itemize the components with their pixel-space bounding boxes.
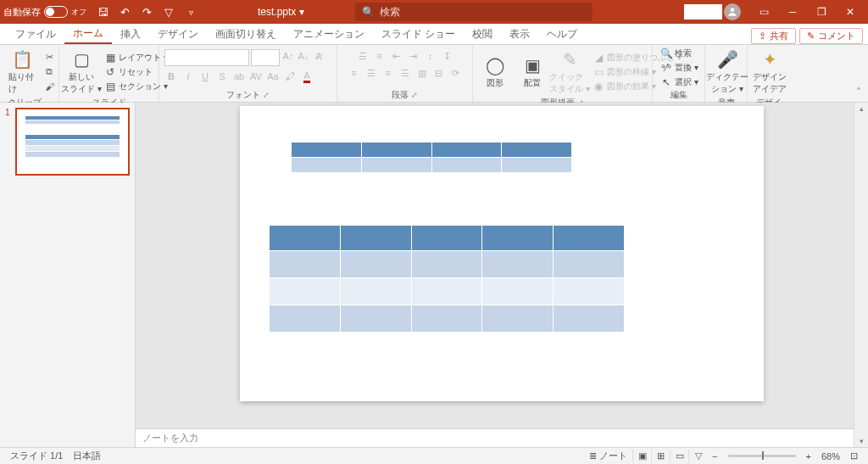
- slide-1[interactable]: [240, 106, 764, 401]
- highlight-icon[interactable]: 🖍: [283, 70, 297, 83]
- slideshow-view-icon[interactable]: ▽: [688, 450, 707, 463]
- user-avatar-icon[interactable]: [724, 3, 741, 20]
- change-case-icon[interactable]: Aa: [266, 70, 280, 83]
- paste-button[interactable]: 📋 貼り付け: [5, 47, 39, 97]
- numbering-icon[interactable]: ≡: [373, 49, 387, 63]
- smartart-icon[interactable]: ⟳: [449, 66, 463, 80]
- copy-icon[interactable]: ⧉: [42, 65, 56, 79]
- zoom-slider[interactable]: [728, 455, 796, 457]
- align-right-icon[interactable]: ≡: [381, 66, 395, 80]
- scroll-down-icon[interactable]: ▾: [860, 437, 864, 445]
- tab-insert[interactable]: 挿入: [112, 24, 149, 44]
- search-box[interactable]: 🔍 検索: [355, 3, 593, 21]
- columns-icon[interactable]: ▥: [415, 66, 429, 80]
- normal-view-icon[interactable]: ▣: [632, 450, 651, 463]
- underline-icon[interactable]: U: [198, 70, 212, 83]
- font-size-select[interactable]: [251, 49, 280, 66]
- notes-pane[interactable]: ノートを入力: [136, 428, 868, 447]
- slide-counter[interactable]: スライド 1/1: [5, 450, 68, 462]
- search-placeholder: 検索: [380, 5, 400, 20]
- align-left-icon[interactable]: ≡: [348, 66, 361, 80]
- italic-icon[interactable]: I: [181, 70, 195, 83]
- undo-icon[interactable]: ↶: [117, 4, 132, 20]
- tab-help[interactable]: ヘルプ: [538, 24, 586, 44]
- zoom-level[interactable]: 68%: [816, 451, 845, 461]
- vertical-scrollbar[interactable]: ▴ ▾: [854, 103, 868, 447]
- arrange-button[interactable]: ▣配置: [515, 53, 549, 91]
- font-color-icon[interactable]: A: [300, 70, 314, 83]
- strikethrough-icon[interactable]: S: [215, 70, 229, 83]
- slide-thumbnail-1[interactable]: 1: [5, 108, 130, 176]
- save-icon[interactable]: 🖫: [95, 4, 110, 20]
- zoom-out-icon[interactable]: −: [707, 451, 722, 461]
- tab-review[interactable]: 校閲: [464, 24, 501, 44]
- tab-view[interactable]: 表示: [501, 24, 538, 44]
- paragraph-launcher-icon[interactable]: ⤢: [411, 91, 418, 99]
- design-ideas-button[interactable]: ✦デザイン アイデア: [753, 47, 787, 97]
- table-object-2[interactable]: [269, 225, 625, 333]
- document-title[interactable]: test.pptx ▾: [258, 6, 304, 18]
- quick-styles-button[interactable]: ✎クイック スタイル ▾: [553, 47, 587, 97]
- collapse-ribbon-icon[interactable]: ˄: [856, 87, 861, 98]
- redo-icon[interactable]: ↷: [139, 4, 154, 20]
- decrease-font-icon[interactable]: A↓: [297, 49, 310, 63]
- notes-toggle[interactable]: ≣ノート: [584, 450, 632, 462]
- tab-animations[interactable]: アニメーション: [285, 24, 373, 44]
- bold-icon[interactable]: B: [164, 70, 178, 83]
- tab-transitions[interactable]: 画面切り替え: [207, 24, 285, 44]
- select-button[interactable]: ↖選択 ▾: [658, 75, 701, 89]
- format-painter-icon[interactable]: 🖌: [42, 80, 56, 93]
- replace-button[interactable]: ᵃ⁄ᵇ置換 ▾: [658, 61, 701, 75]
- reading-view-icon[interactable]: ▭: [670, 450, 688, 463]
- tab-home[interactable]: ホーム: [64, 23, 112, 44]
- fit-window-icon[interactable]: ⊡: [845, 450, 863, 461]
- comment-icon: ✎: [807, 31, 815, 42]
- slide-thumbnails-pane[interactable]: 1: [0, 103, 136, 447]
- indent-increase-icon[interactable]: ⇥: [407, 49, 420, 63]
- clear-format-icon[interactable]: A̷: [312, 49, 326, 63]
- dictate-button[interactable]: 🎤ディクテー ション ▾: [710, 47, 744, 97]
- find-icon: 🔍: [660, 48, 672, 59]
- shadow-icon[interactable]: ab: [232, 70, 246, 83]
- table-object-1[interactable]: [291, 142, 572, 173]
- minimize-icon[interactable]: ─: [778, 0, 807, 24]
- font-launcher-icon[interactable]: ⤢: [263, 91, 270, 99]
- sorter-view-icon[interactable]: ⊞: [651, 450, 670, 463]
- tab-slideshow[interactable]: スライド ショー: [373, 24, 464, 44]
- increase-font-icon[interactable]: A↑: [281, 49, 295, 63]
- spacing-icon[interactable]: AV: [249, 70, 263, 83]
- close-icon[interactable]: ✕: [836, 0, 865, 24]
- start-from-beginning-icon[interactable]: ▽: [161, 4, 176, 20]
- line-spacing-icon[interactable]: ↕: [424, 49, 437, 63]
- autosave-toggle[interactable]: 自動保存 オフ: [3, 6, 86, 19]
- ribbon-display-icon[interactable]: ▭: [749, 0, 778, 24]
- search-icon: 🔍: [362, 6, 375, 18]
- group-designer: ✦デザイン アイデア デザイナー: [748, 45, 790, 102]
- canvas-scroll[interactable]: [136, 103, 868, 428]
- design-ideas-icon: ✦: [759, 48, 781, 70]
- indent-decrease-icon[interactable]: ⇤: [390, 49, 403, 63]
- align-center-icon[interactable]: ☰: [364, 66, 378, 80]
- tab-design[interactable]: デザイン: [149, 24, 207, 44]
- font-family-select[interactable]: [164, 49, 249, 66]
- language-indicator[interactable]: 日本語: [68, 450, 106, 462]
- text-direction-icon[interactable]: ↧: [441, 49, 454, 63]
- find-button[interactable]: 🔍検索: [658, 47, 701, 60]
- qat-customize-icon[interactable]: ▿: [183, 4, 198, 20]
- outline-icon: ▭: [593, 66, 604, 78]
- justify-icon[interactable]: ☰: [398, 66, 412, 80]
- new-slide-button[interactable]: ▢ 新しい スライド ▾: [64, 47, 98, 97]
- layout-icon: ▦: [104, 52, 116, 64]
- bullets-icon[interactable]: ☰: [356, 49, 370, 63]
- tab-file[interactable]: ファイル: [7, 24, 64, 44]
- maximize-icon[interactable]: ❐: [807, 0, 836, 24]
- share-button[interactable]: ⇪共有: [751, 28, 796, 44]
- zoom-in-icon[interactable]: +: [801, 451, 816, 461]
- shapes-button[interactable]: ◯図形: [478, 53, 512, 91]
- align-text-icon[interactable]: ⊟: [432, 66, 446, 80]
- scroll-up-icon[interactable]: ▴: [860, 104, 864, 113]
- toggle-off-icon: [44, 6, 68, 18]
- sign-in-box[interactable]: [684, 4, 722, 20]
- cut-icon[interactable]: ✂: [42, 51, 56, 64]
- comments-button[interactable]: ✎コメント: [799, 28, 863, 44]
